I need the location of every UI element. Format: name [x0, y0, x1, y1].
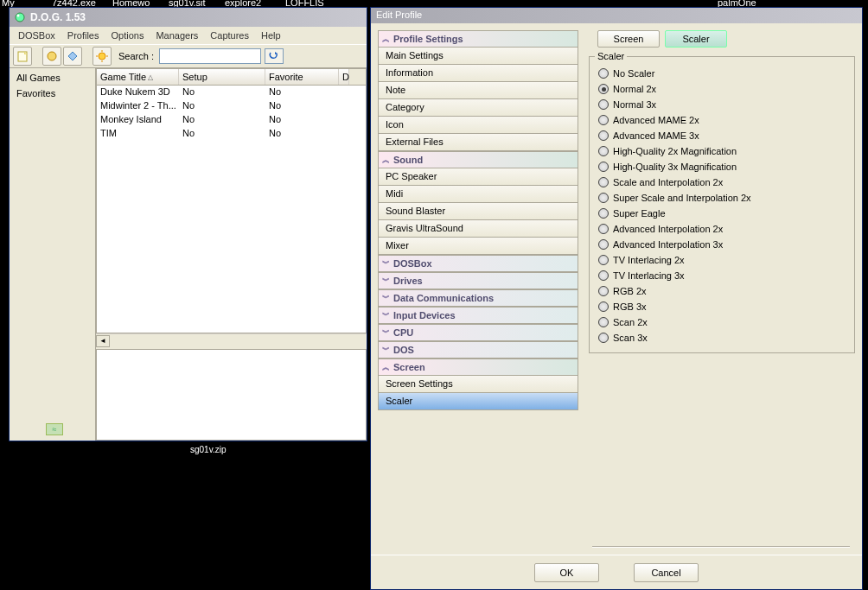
radio-super-scale-and-interpolation-2x[interactable]: Super Scale and Interpolation 2x	[598, 190, 846, 206]
horizontal-scrollbar[interactable]: ◄	[96, 333, 367, 347]
sidebar-collapse-icon[interactable]: ≈	[46, 423, 63, 435]
radio-icon	[598, 99, 609, 110]
menu-profiles[interactable]: Profiles	[62, 29, 105, 42]
accordion-header-input-devices[interactable]: ︾Input Devices	[378, 307, 578, 324]
chevron-icon: ︾	[382, 276, 390, 287]
radio-label: Advanced MAME 3x	[613, 130, 699, 141]
sidebar-item-favorites[interactable]: Favorites	[10, 86, 95, 101]
table-row[interactable]: Monkey IslandNoNo	[97, 113, 366, 127]
accordion-item-mixer[interactable]: Mixer	[378, 238, 578, 255]
tab-row: Screen Scaler	[589, 30, 855, 48]
radio-icon	[598, 177, 609, 187]
radio-normal-2x[interactable]: Normal 2x	[598, 81, 846, 97]
chevron-icon: ︾	[382, 310, 390, 321]
table-row[interactable]: Duke Nukem 3DNoNo	[97, 86, 366, 99]
accordion-header-dos[interactable]: ︾DOS	[378, 341, 578, 358]
scroll-left-icon[interactable]: ◄	[96, 335, 110, 347]
globe-button[interactable]	[42, 47, 61, 66]
accordion-item-sound-blaster[interactable]: Sound Blaster	[378, 203, 578, 220]
svg-point-1	[17, 15, 20, 17]
radio-advanced-interpolation-3x[interactable]: Advanced Interpolation 3x	[598, 237, 846, 252]
radio-label: High-Quality 2x Magnification	[613, 146, 737, 156]
scaler-groupbox: Scaler No ScalerNormal 2xNormal 3xAdvanc…	[589, 56, 855, 353]
new-button[interactable]	[13, 47, 32, 66]
radio-advanced-mame-2x[interactable]: Advanced MAME 2x	[598, 112, 846, 128]
sidebar: All Games Favorites ≈	[10, 68, 96, 441]
radio-icon	[598, 146, 609, 156]
accordion-header-data-communications[interactable]: ︾Data Communications	[378, 289, 578, 307]
radio-tv-interlacing-3x[interactable]: TV Interlacing 3x	[598, 268, 846, 283]
radio-high-quality-2x-magnification[interactable]: High-Quality 2x Magnification	[598, 143, 846, 159]
search-input[interactable]	[159, 48, 261, 64]
menu-options[interactable]: Options	[105, 29, 149, 42]
radio-no-scaler[interactable]: No Scaler	[598, 66, 846, 81]
column-favorite[interactable]: Favorite	[265, 69, 339, 85]
titlebar[interactable]: D.O.G. 1.53	[10, 8, 367, 27]
tab-scaler[interactable]: Scaler	[665, 30, 727, 48]
accordion-header-screen[interactable]: ︽Screen	[378, 358, 578, 376]
accordion-item-external-files[interactable]: External Files	[378, 134, 578, 151]
accordion-item-note[interactable]: Note	[378, 82, 578, 99]
radio-scan-3x[interactable]: Scan 3x	[598, 330, 846, 346]
chevron-icon: ︽	[382, 155, 390, 166]
accordion-item-pc-speaker[interactable]: PC Speaker	[378, 168, 578, 186]
radio-scan-2x[interactable]: Scan 2x	[598, 314, 846, 330]
accordion-item-category[interactable]: Category	[378, 99, 578, 117]
column-game-title[interactable]: Game Title△	[97, 69, 179, 85]
ok-button[interactable]: OK	[534, 563, 599, 582]
menu-captures[interactable]: Captures	[205, 29, 254, 42]
menu-managers[interactable]: Managers	[150, 29, 203, 42]
sidebar-item-all-games[interactable]: All Games	[10, 70, 95, 86]
main-window: D.O.G. 1.53 DOSBox Profiles Options Mana…	[9, 7, 367, 441]
accordion-header-cpu[interactable]: ︾CPU	[378, 324, 578, 341]
accordion-header-sound[interactable]: ︽Sound	[378, 151, 578, 168]
game-table: Game Title△ Setup Favorite D Duke Nukem …	[96, 68, 367, 333]
radio-normal-3x[interactable]: Normal 3x	[598, 97, 846, 112]
sun-button[interactable]	[93, 47, 112, 66]
radio-super-eagle[interactable]: Super Eagle	[598, 206, 846, 221]
chevron-icon: ︾	[382, 345, 390, 356]
accordion-header-drives[interactable]: ︾Drives	[378, 272, 578, 289]
radio-icon	[598, 317, 609, 327]
radio-scale-and-interpolation-2x[interactable]: Scale and Interpolation 2x	[598, 174, 846, 190]
radio-advanced-mame-3x[interactable]: Advanced MAME 3x	[598, 128, 846, 143]
accordion-item-information[interactable]: Information	[378, 65, 578, 82]
diamond-button[interactable]	[63, 47, 82, 66]
radio-icon	[598, 255, 609, 265]
table-row[interactable]: Midwinter 2 - Th...NoNo	[97, 99, 366, 113]
accordion-item-screen-settings[interactable]: Screen Settings	[378, 376, 578, 393]
radio-label: Advanced Interpolation 2x	[613, 224, 723, 234]
radio-high-quality-3x-magnification[interactable]: High-Quality 3x Magnification	[598, 159, 846, 174]
column-extra[interactable]: D	[339, 69, 349, 85]
radio-rgb-2x[interactable]: RGB 2x	[598, 283, 846, 299]
refresh-button[interactable]	[265, 48, 284, 64]
radio-tv-interlacing-2x[interactable]: TV Interlacing 2x	[598, 252, 846, 268]
radio-label: Super Scale and Interpolation 2x	[613, 193, 751, 203]
accordion-header-dosbox[interactable]: ︾DOSBox	[378, 255, 578, 272]
accordion-item-midi[interactable]: Midi	[378, 186, 578, 203]
radio-icon	[598, 162, 609, 172]
chevron-icon: ︽	[382, 34, 390, 45]
menu-help[interactable]: Help	[256, 29, 286, 42]
accordion-item-icon[interactable]: Icon	[378, 117, 578, 134]
accordion-item-main-settings[interactable]: Main Settings	[378, 48, 578, 65]
accordion-item-gravis-ultrasound[interactable]: Gravis UltraSound	[378, 220, 578, 238]
svg-point-4	[99, 53, 105, 60]
table-row[interactable]: TIMNoNo	[97, 127, 366, 141]
radio-label: TV Interlacing 2x	[613, 255, 685, 265]
accordion-item-scaler[interactable]: Scaler	[378, 393, 578, 410]
desktop-filename: sg01v.zip	[190, 445, 227, 454]
radio-icon	[598, 270, 609, 281]
cancel-button[interactable]: Cancel	[634, 563, 699, 582]
accordion-header-profile-settings[interactable]: ︽Profile Settings	[378, 30, 578, 48]
dialog-footer: OK Cancel	[371, 555, 862, 589]
chevron-icon: ︽	[382, 362, 390, 373]
radio-rgb-3x[interactable]: RGB 3x	[598, 299, 846, 314]
tab-screen[interactable]: Screen	[597, 30, 660, 48]
radio-label: RGB 2x	[613, 286, 647, 296]
dialog-title[interactable]: Edit Profile	[371, 8, 862, 23]
column-setup[interactable]: Setup	[179, 69, 265, 85]
menu-dosbox[interactable]: DOSBox	[13, 29, 61, 42]
radio-advanced-interpolation-2x[interactable]: Advanced Interpolation 2x	[598, 221, 846, 237]
chevron-icon: ︾	[382, 293, 390, 304]
